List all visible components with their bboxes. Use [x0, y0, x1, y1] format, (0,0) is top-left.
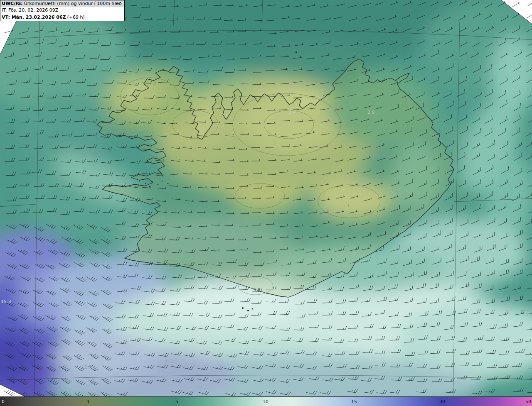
colorbar-tick: 0: [2, 399, 5, 404]
chart-title-row: UWC/IG:Úrkomumætti (mm) og vindur í 100m…: [0, 0, 124, 7]
chart-info-box: UWC/IG:Úrkomumætti (mm) og vindur í 100m…: [0, 0, 125, 21]
valid-time-row: VT: Mán. 23.02.2026 06Z(+69 h): [0, 14, 124, 21]
colorbar-tick: 50: [525, 399, 531, 404]
colorbar-tick: 10: [263, 399, 268, 404]
valid-time: VT: Mán. 23.02.2026 06Z: [2, 15, 66, 20]
valid-offset: (+69 h): [67, 15, 85, 20]
model-id: UWC/IG:: [2, 1, 23, 6]
init-time: IT: Fös. 20. 02. 2026 09Z: [2, 7, 58, 13]
precipitation-colorbar: 01510153050: [0, 396, 532, 406]
chart-title: Úrkomumætti (mm) og vindur í 100m hæð: [24, 1, 122, 6]
colorbar-tick: 5: [175, 399, 178, 404]
init-time-row: IT: Fös. 20. 02. 2026 09Z: [0, 7, 124, 14]
colorbar-tick: 15: [351, 399, 357, 404]
wind-barbs-layer: [0, 0, 532, 397]
colorbar-tick: 30: [439, 399, 445, 404]
colorbar-tick: 1: [87, 399, 90, 404]
weather-map: 45.42.91.735.515.312.712.1 UWC/IG:Úrkomu…: [0, 0, 532, 406]
